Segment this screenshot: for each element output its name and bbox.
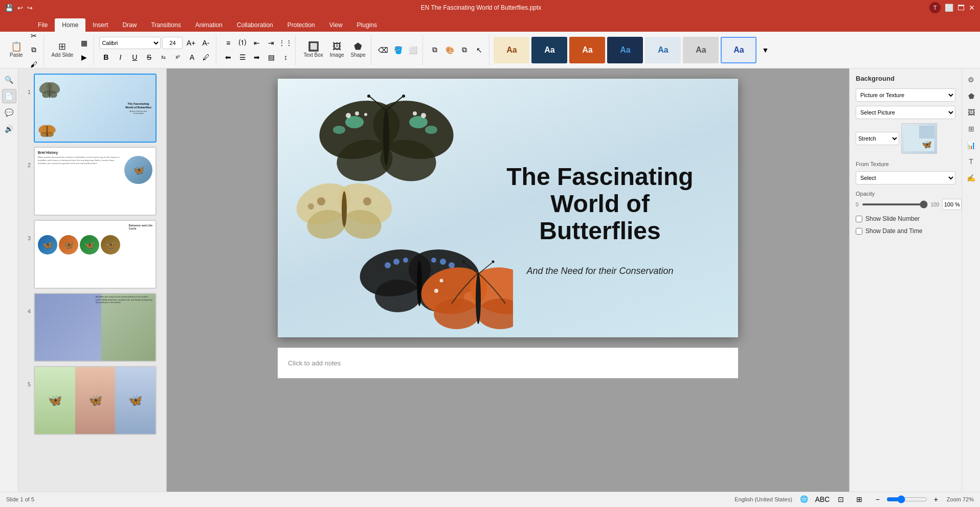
align-right-btn[interactable]: ➡ [250,51,263,64]
text-settings-btn[interactable]: T [964,154,978,169]
media-btn[interactable]: 🔊 [2,122,16,136]
bold-button[interactable]: B [99,51,113,64]
show-slide-number-checkbox[interactable] [856,216,862,222]
image-button[interactable]: 🖼 Image [327,37,347,63]
slide-thumbnail-2[interactable]: Brief History 🦋 When animals discovered … [34,147,157,216]
spell-check-btn[interactable]: ABC [816,493,829,506]
slide-thumbnail-4[interactable]: Butterflies face many human-created prob… [34,293,157,362]
show-slide-number-label[interactable]: Show Slide Number [865,215,920,222]
fit-page-btn[interactable]: ⊡ [834,493,848,506]
tab-transitions[interactable]: Transitions [144,18,188,32]
properties-btn[interactable]: ⚙ [964,73,978,87]
zoom-out-btn[interactable]: − [871,493,884,506]
superscript-btn[interactable]: x² [171,51,184,64]
theme-4[interactable]: Aa [607,37,643,63]
opacity-slider[interactable] [862,203,928,205]
theme-1[interactable]: Aa [494,37,529,63]
opacity-value-input[interactable] [942,199,962,210]
bullets-btn[interactable]: ≡ [221,36,235,50]
decrease-indent-btn[interactable]: ⇤ [250,36,263,50]
paste-button[interactable]: 📋 Paste [7,37,26,63]
shape-settings-btn[interactable]: ⬟ [964,89,978,103]
italic-button[interactable]: I [114,51,127,64]
text-box-button[interactable]: 🔲 Text Box [301,37,325,63]
copy-button[interactable]: ⧉ [27,43,40,57]
columns-btn[interactable]: ⋮⋮ [279,36,292,50]
cut-button[interactable]: ✂ [27,32,40,42]
slide-view-btn[interactable]: ▦ [77,36,91,50]
search-btn[interactable]: 🔍 [2,73,16,87]
slide-canvas[interactable]: The Fascinating World of Butterflies And… [278,79,738,337]
image-settings-btn[interactable]: 🖼 [964,105,978,120]
increase-indent-btn[interactable]: ⇥ [264,36,278,50]
tab-insert[interactable]: Insert [85,18,115,32]
border-btn[interactable]: ⬜ [406,43,419,57]
theme-6[interactable]: Aa [683,37,719,63]
shape-button[interactable]: ⬟ Shape [348,37,368,63]
font-color-btn[interactable]: A [185,51,198,64]
save-icon[interactable]: 💾 [5,4,13,12]
select-picture-select[interactable]: Select Picture [856,106,955,119]
slide-title[interactable]: The Fascinating World of Butterflies [493,164,707,244]
tab-draw[interactable]: Draw [115,18,144,32]
window-close[interactable]: ✕ [969,4,975,12]
slide-thumbnail-3[interactable]: Behavior and LifeCycle 🦋 🦋 🦋 🦋 [34,220,157,289]
tab-home[interactable]: Home [55,18,85,32]
decrease-font-btn[interactable]: A- [199,36,212,50]
align-center-btn[interactable]: ☰ [236,51,249,64]
themes-more-btn[interactable]: ▼ [759,43,772,57]
language-icon[interactable]: 🌐 [797,493,811,506]
redo-icon[interactable]: ↪ [27,4,33,12]
format-obj-btn[interactable]: 🎨 [443,43,456,57]
notes-area[interactable]: Click to add notes [278,348,738,378]
comments-btn[interactable]: 💬 [2,105,16,120]
undo-icon[interactable]: ↩ [17,4,23,12]
theme-5[interactable]: Aa [645,37,681,63]
subscript-btn[interactable]: x₂ [157,51,170,64]
tab-view[interactable]: View [322,18,350,32]
slide-thumbnail-1[interactable]: The FascinatingWorld of Butterflies And … [34,74,157,143]
line-spacing-btn[interactable]: ↕ [279,51,292,64]
zoom-slider[interactable] [886,495,927,503]
tab-protection[interactable]: Protection [280,18,322,32]
stretch-select[interactable]: Stretch Tile Fit [856,132,899,145]
font-size-input[interactable] [162,37,183,49]
background-type-select[interactable]: Picture or Texture Solid Color Gradient … [856,88,955,102]
eraser-btn[interactable]: ⌫ [376,43,390,57]
underline-button[interactable]: U [128,51,141,64]
tab-animation[interactable]: Animation [188,18,230,32]
tab-plugins[interactable]: Plugins [350,18,384,32]
select-btn[interactable]: ↖ [473,43,486,57]
copy-style-btn[interactable]: ⧉ [458,43,471,57]
slide-thumbnail-5[interactable]: 🦋 🦋 🦋 [34,366,157,435]
zoom-in-btn[interactable]: + [929,493,943,506]
increase-font-btn[interactable]: A+ [184,36,197,50]
font-family-select[interactable]: Calibri [99,37,161,49]
window-minimize[interactable]: ⬜ [945,4,953,12]
add-slide-button[interactable]: ⊞ Add Slide [49,37,76,63]
format-painter-button[interactable]: 🖌 [27,58,40,69]
align-left-btn[interactable]: ⬅ [221,51,235,64]
user-avatar[interactable]: T [929,2,941,13]
tab-file[interactable]: File [31,18,55,32]
highlight-btn[interactable]: 🖊 [199,51,213,64]
slide-subtitle[interactable]: And the Need for their Conservation [493,265,707,278]
chart-btn[interactable]: 📊 [964,138,978,152]
show-date-time-label[interactable]: Show Date and Time [865,227,922,235]
view-mode-btn[interactable]: ⊞ [853,493,866,506]
signature-btn[interactable]: ✍ [964,171,978,185]
slide-play-btn[interactable]: ▶ [77,51,91,64]
window-maximize[interactable]: 🗖 [957,4,965,12]
fill-btn[interactable]: 🪣 [391,43,405,57]
show-date-time-checkbox[interactable] [856,228,862,235]
theme-3[interactable]: Aa [569,37,605,63]
theme-7[interactable]: Aa [721,37,756,63]
arrange-btn[interactable]: ⧉ [428,43,441,57]
table-btn[interactable]: ⊞ [964,122,978,136]
numbering-btn[interactable]: ⑴ [236,36,249,50]
justify-btn[interactable]: ▤ [264,51,278,64]
theme-2[interactable]: Aa [531,37,567,63]
slides-panel-btn[interactable]: 📄 [2,89,16,103]
tab-collaboration[interactable]: Collaboration [230,18,280,32]
from-texture-select[interactable]: Select None [856,171,955,185]
